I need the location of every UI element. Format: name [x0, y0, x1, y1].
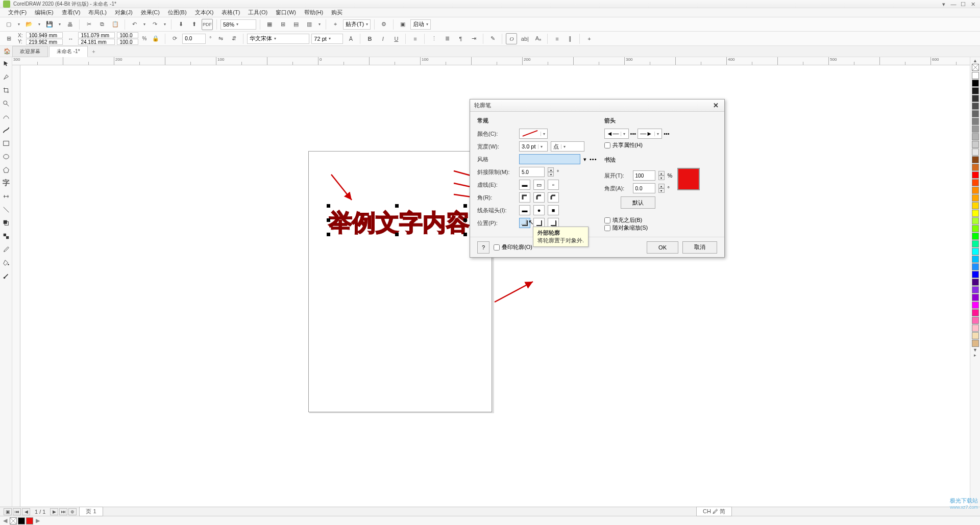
palette-down-icon[interactable]: ▼ [973, 347, 977, 353]
cut-icon[interactable]: ✂ [83, 19, 94, 30]
color-picker[interactable]: ▾ [519, 129, 548, 139]
sy-input[interactable] [117, 39, 138, 45]
dropdown-icon[interactable]: ▾ [940, 1, 948, 7]
style-more-icon[interactable]: ••• [590, 156, 597, 162]
text-tool-icon[interactable]: 字 [2, 179, 11, 188]
y-input[interactable] [26, 39, 63, 45]
arrow-start-more-icon[interactable]: ••• [630, 131, 636, 137]
color-swatch[interactable] [972, 240, 979, 247]
add-button[interactable]: + [583, 33, 595, 44]
color-swatch[interactable] [972, 95, 979, 102]
new-doc-icon[interactable]: ▢ [3, 19, 14, 30]
shape-tool-icon[interactable] [2, 72, 11, 82]
redo-icon[interactable]: ↷ [149, 19, 160, 30]
color-swatch[interactable] [972, 309, 979, 316]
sample-text[interactable]: 举例文字内容 [329, 207, 470, 239]
menu-view[interactable]: 查看(V) [58, 9, 85, 16]
menu-effects[interactable]: 效果(C) [137, 9, 164, 16]
arrow-end-more-icon[interactable]: ••• [664, 131, 670, 137]
close-button[interactable]: ✕ [969, 1, 977, 7]
menu-window[interactable]: 窗口(W) [272, 9, 300, 16]
crop-tool-icon[interactable] [2, 86, 11, 95]
text-dir-h-icon[interactable]: ≡ [551, 33, 562, 44]
guides-icon[interactable]: ▥ [304, 19, 315, 30]
indent-icon[interactable]: ⇥ [468, 33, 479, 44]
page-next-icon[interactable]: ▶ [50, 508, 58, 515]
page-last-icon[interactable]: ⏭ [59, 508, 67, 515]
import-icon[interactable]: ⬇ [175, 19, 186, 30]
sel-handle[interactable] [327, 218, 330, 222]
outline-tool-icon[interactable] [2, 271, 11, 281]
color-swatch[interactable] [972, 110, 979, 117]
sel-handle[interactable] [395, 233, 399, 236]
color-swatch[interactable] [26, 517, 33, 524]
var-font-icon[interactable]: Ā [345, 33, 356, 44]
sel-handle[interactable] [327, 233, 330, 236]
copy-icon[interactable]: ⧉ [96, 19, 108, 30]
color-swatch[interactable] [972, 332, 979, 339]
menu-layout[interactable]: 布局(L) [84, 9, 110, 16]
color-swatch[interactable] [972, 233, 979, 240]
ok-button[interactable]: OK [647, 241, 678, 254]
cancel-button[interactable]: 取消 [682, 241, 717, 254]
dropcap-icon[interactable]: ¶ [455, 33, 466, 44]
miter-down[interactable]: ▾ [548, 172, 554, 177]
bold-button[interactable]: B [364, 33, 375, 44]
cap-flat[interactable]: ▬ [519, 205, 530, 215]
tab-welcome[interactable]: 欢迎屏幕 [12, 46, 48, 57]
stretch-input[interactable] [633, 170, 655, 181]
sel-handle[interactable] [463, 218, 467, 222]
corner-miter[interactable] [519, 192, 530, 203]
color-swatch[interactable] [972, 324, 979, 332]
ellipse-tool-icon[interactable] [2, 152, 11, 161]
color-swatch[interactable] [972, 156, 979, 163]
ab-icon[interactable]: ab| [519, 33, 530, 44]
color-swatch[interactable] [972, 126, 979, 133]
color-swatch[interactable] [972, 340, 979, 347]
menu-buy[interactable]: 购买 [327, 9, 347, 16]
style-combo[interactable] [519, 154, 580, 164]
colorbar-next-icon[interactable]: ▶ [36, 517, 40, 524]
dropshadow-tool-icon[interactable] [2, 218, 11, 228]
add-tab-button[interactable]: + [89, 48, 99, 55]
subscript-icon[interactable]: Aₐ [532, 33, 544, 44]
menu-bitmap[interactable]: 位图(B) [164, 9, 191, 16]
dash-opt2[interactable]: ▭ [533, 180, 545, 190]
arrow-start-combo[interactable]: ◄—▾ [604, 129, 629, 139]
mirror-h-icon[interactable]: ⇋ [215, 33, 226, 44]
ime-indicator[interactable]: CH 🖉 简 [696, 507, 732, 516]
paste-icon[interactable]: 📋 [110, 19, 121, 30]
italic-button[interactable]: I [377, 33, 388, 44]
grid-icon[interactable]: ⊞ [277, 19, 288, 30]
overprint-check[interactable]: 叠印轮廓(O) [494, 243, 532, 251]
color-swatch[interactable] [972, 271, 979, 278]
color-swatch[interactable] [972, 133, 979, 140]
rotation-input[interactable] [182, 34, 206, 44]
palette-menu-icon[interactable]: ▸ [974, 353, 976, 358]
options-icon[interactable]: ⚙ [378, 19, 389, 30]
corner-bevel[interactable] [548, 192, 559, 203]
color-swatch[interactable] [972, 164, 979, 171]
save-icon[interactable]: 💾 [44, 19, 55, 30]
arrow-end-combo[interactable]: —►▾ [638, 129, 662, 139]
sel-handle[interactable] [395, 204, 399, 208]
no-color-swatch[interactable] [972, 64, 979, 71]
freehand-tool-icon[interactable] [2, 112, 11, 121]
fontsize-combo[interactable]: 72 pt▾ [311, 34, 343, 44]
underline-button[interactable]: U [390, 33, 402, 44]
color-swatch[interactable] [972, 103, 979, 110]
menu-text[interactable]: 文本(X) [191, 9, 218, 16]
open-icon[interactable]: 📂 [23, 19, 35, 30]
dialog-titlebar[interactable]: 轮廓笔 ✕ [470, 99, 724, 112]
ruler-icon[interactable]: ▤ [290, 19, 302, 30]
cap-square[interactable]: ■ [548, 205, 559, 215]
tab-doc[interactable]: 未命名 -1* [49, 46, 88, 57]
width-combo[interactable]: 3.0 pt▾ [519, 141, 548, 152]
color-swatch[interactable] [972, 294, 979, 301]
bullets-icon[interactable]: ⋮ [428, 33, 439, 44]
launch-menu[interactable]: 启动▾ [410, 19, 431, 30]
h-input[interactable] [78, 39, 115, 45]
dash-opt3[interactable]: ▫ [548, 180, 559, 190]
color-swatch[interactable] [18, 517, 25, 524]
fullscreen-icon[interactable]: ▦ [264, 19, 275, 30]
